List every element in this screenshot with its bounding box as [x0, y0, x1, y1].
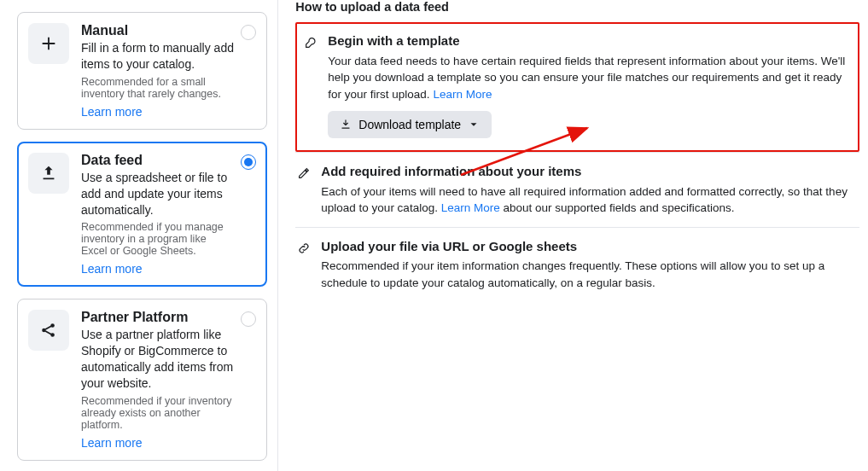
option-title: Manual — [81, 23, 234, 38]
upload-icon — [28, 153, 69, 194]
learn-more-link[interactable]: Learn more — [81, 436, 143, 450]
step-text: Each of your items will need to have all… — [321, 183, 853, 217]
step-title: Begin with a template — [328, 32, 849, 49]
sidebar-heading: How to upload a data feed — [295, 0, 859, 14]
upload-method-panel: Manual Fill in a form to manually add it… — [0, 0, 278, 471]
step-text: Your data feed needs to have certain req… — [328, 53, 849, 103]
caret-down-icon — [468, 119, 480, 131]
learn-more-link[interactable]: Learn More — [433, 88, 492, 101]
option-sub: Recommended if your inventory already ex… — [81, 395, 234, 431]
wrench-icon — [302, 34, 319, 51]
learn-more-link[interactable]: Learn more — [81, 105, 143, 119]
step-title: Upload your file via URL or Google sheet… — [321, 238, 853, 255]
pencil-icon — [295, 165, 312, 182]
help-sidebar: How to upload a data feed Begin with a t… — [278, 0, 868, 471]
step-title: Add required information about your item… — [321, 163, 853, 180]
step-text: Recommended if your item information cha… — [321, 258, 853, 291]
option-data-feed[interactable]: Data feed Use a spreadsheet or file to a… — [17, 142, 267, 288]
link-icon — [295, 240, 312, 257]
option-desc: Use a spreadsheet or file to add and upd… — [81, 170, 234, 218]
step-add-required-info: Add required information about your item… — [295, 152, 859, 227]
learn-more-link[interactable]: Learn more — [81, 262, 143, 276]
option-title: Data feed — [81, 153, 234, 168]
share-nodes-icon — [28, 310, 69, 351]
step-upload-file: Upload your file via URL or Google sheet… — [295, 227, 859, 302]
option-sub: Recommended if you manage inventory in a… — [81, 221, 234, 257]
option-title: Partner Platform — [81, 310, 234, 325]
option-partner-platform[interactable]: Partner Platform Use a partner platform … — [17, 299, 267, 461]
radio-partner-platform[interactable] — [241, 311, 256, 327]
options-list: Manual Fill in a form to manually add it… — [17, 0, 267, 471]
download-icon — [340, 119, 352, 131]
download-template-button[interactable]: Download template — [328, 111, 492, 138]
plus-icon — [28, 23, 69, 64]
option-manual[interactable]: Manual Fill in a form to manually add it… — [17, 12, 267, 130]
radio-data-feed[interactable] — [241, 154, 256, 170]
learn-more-link[interactable]: Learn More — [441, 201, 500, 214]
step-begin-template: Begin with a template Your data feed nee… — [295, 22, 859, 152]
option-sub: Recommended for a small inventory that r… — [81, 76, 234, 100]
option-desc: Fill in a form to manually add items to … — [81, 40, 234, 73]
radio-manual[interactable] — [241, 25, 256, 40]
option-desc: Use a partner platform like Shopify or B… — [81, 327, 234, 392]
